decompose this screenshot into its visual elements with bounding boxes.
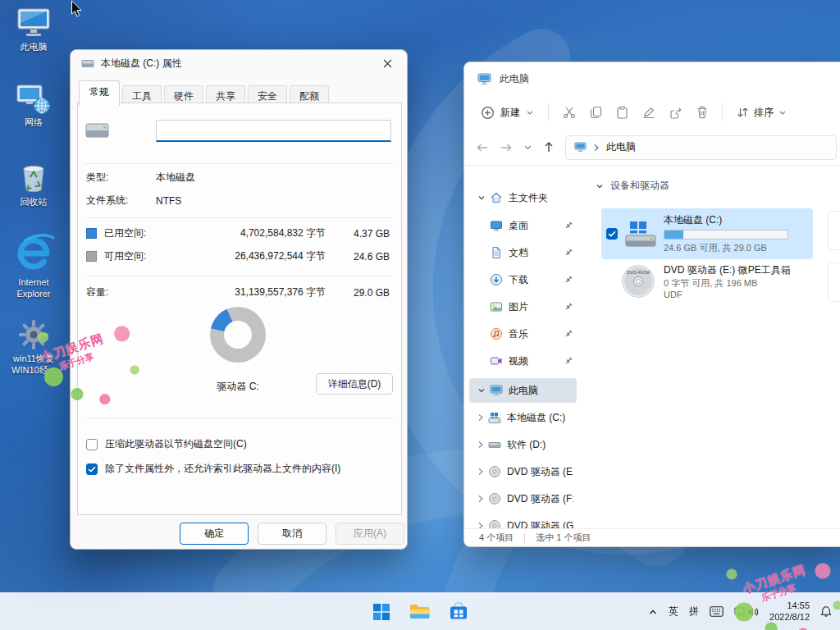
delete-icon[interactable] (696, 106, 708, 119)
explorer-titlebar[interactable]: 此电脑 (464, 62, 840, 95)
pin-icon (564, 275, 573, 285)
tray-time: 14:55 (769, 600, 810, 612)
sidebar-item-pictures[interactable]: 图片 (469, 294, 577, 319)
new-button[interactable]: 新建 (481, 106, 534, 120)
document-icon (490, 246, 503, 259)
sidebar-item-videos[interactable]: 视频 (469, 349, 577, 373)
breadcrumb-item[interactable]: 此电脑 (606, 140, 636, 154)
checkbox-checked[interactable] (86, 463, 98, 475)
drive-item-local-disk-c[interactable]: 本地磁盘 (C:) 24.6 GB 可用, 共 29.0 GB (601, 208, 813, 259)
rename-icon[interactable] (642, 107, 655, 119)
close-button[interactable] (369, 51, 405, 75)
up-icon[interactable] (543, 141, 555, 153)
address-breadcrumb[interactable]: 此电脑 (565, 135, 837, 160)
os-drive-icon (488, 411, 501, 424)
dialog-titlebar[interactable]: 本地磁盘 (C:) 属性 (71, 50, 407, 76)
windows-logo-icon (372, 603, 390, 621)
checkbox-unchecked[interactable] (86, 439, 98, 450)
sidebar-label: 桌面 (509, 219, 528, 233)
clock[interactable]: 14:55 2022/8/12 (769, 600, 810, 623)
start-button[interactable] (365, 596, 398, 628)
back-icon[interactable] (476, 142, 489, 153)
desktop-icon-this-pc[interactable]: 此电脑 (2, 7, 66, 53)
apply-button[interactable]: 应用(A) (336, 523, 404, 545)
language-indicator[interactable]: 英 (669, 605, 678, 619)
taskbar-center (365, 593, 475, 630)
tray-date: 2022/8/12 (769, 612, 810, 623)
desktop-icon-recycle-bin[interactable]: 回收站 (2, 159, 66, 208)
history-chevron-icon[interactable] (523, 144, 532, 151)
checkbox-label: 除了文件属性外，还允许索引此驱动器上文件的内容(I) (105, 462, 340, 476)
sidebar-item-documents[interactable]: 文档 (469, 240, 577, 265)
sidebar-item-downloads[interactable]: 下载 (469, 267, 577, 292)
capacity-size: 29.0 GB (326, 287, 390, 299)
item-checkbox[interactable] (606, 228, 618, 240)
dialog-tab-page: 类型: 本地磁盘 文件系统: NTFS 已用空间: 4,702,584,832 … (77, 103, 402, 515)
free-space-row: 可用空间: 26,436,972,544 字节 24.6 GB (86, 249, 390, 263)
desktop-icon-internet-explorer[interactable]: Internet Explorer (2, 232, 66, 300)
cancel-button[interactable]: 取消 (258, 523, 326, 545)
microsoft-store-button[interactable] (442, 596, 475, 628)
sidebar-item-home[interactable]: 主文件夹 (469, 185, 577, 210)
network-volume-icons[interactable] (734, 606, 759, 618)
cut-icon[interactable] (563, 106, 576, 119)
compress-checkbox-row[interactable]: 压缩此驱动器以节约磁盘空间(C) (86, 437, 247, 451)
sort-button-label: 排序 (754, 106, 774, 120)
store-icon (449, 602, 468, 621)
sidebar-item-drive-c[interactable]: 本地磁盘 (C:) (469, 405, 577, 430)
group-header-devices[interactable]: 设备和驱动器 (596, 179, 669, 193)
drive-name: DVD 驱动器 (E:) 微PE工具箱 (664, 263, 791, 277)
drive-item-partial[interactable] (828, 211, 840, 250)
sidebar-label: 软件 (D:) (507, 438, 546, 452)
sidebar-label: DVD 驱动器 (E:) (507, 465, 573, 479)
separator (524, 533, 525, 543)
tab-general[interactable]: 常规 (79, 80, 120, 106)
free-color-swatch (86, 251, 97, 262)
checkbox-label: 压缩此驱动器以节约磁盘空间(C) (105, 437, 247, 451)
sidebar-item-drive-e[interactable]: DVD 驱动器 (E:) (469, 459, 577, 484)
sort-button[interactable]: 排序 (737, 106, 787, 120)
capacity-bytes: 31,139,557,376 字节 (156, 285, 326, 299)
sidebar-label: 视频 (509, 354, 528, 368)
desktop-icon-win11-restore[interactable]: win11恢复WIN10经... (2, 318, 66, 377)
sidebar-label: 主文件夹 (509, 191, 548, 205)
mouse-cursor (71, 0, 83, 18)
index-checkbox-row[interactable]: 除了文件属性外，还允许索引此驱动器上文件的内容(I) (86, 462, 340, 476)
ime-indicator[interactable]: 拼 (689, 605, 699, 619)
this-pc-icon (477, 73, 491, 85)
forward-icon[interactable] (500, 142, 513, 153)
desktop-icon-label: win11恢复WIN10经... (2, 354, 65, 377)
explorer-command-bar: 新建 排序 (464, 95, 840, 130)
cancel-button-label: 取消 (282, 527, 302, 541)
volume-label-input[interactable] (156, 120, 391, 142)
details-button[interactable]: 详细信息(D) (316, 373, 393, 395)
sidebar-item-drive-d[interactable]: 软件 (D:) (469, 432, 577, 457)
ok-button[interactable]: 确定 (180, 523, 249, 545)
sidebar-label: DVD 驱动器 (F:) (507, 492, 573, 506)
filesystem-row: 文件系统: NTFS (86, 194, 390, 208)
drive-item-dvd-e[interactable]: DVD-ROM DVD 驱动器 (E:) 微PE工具箱 0 字节 可用, 共 1… (601, 258, 813, 304)
usage-donut-chart (210, 307, 266, 363)
sidebar-label: 此电脑 (509, 384, 538, 398)
share-icon[interactable] (669, 107, 682, 119)
toolbar-separator (722, 103, 723, 121)
hidden-icons-chevron-icon[interactable] (648, 608, 658, 616)
drive-name: 本地磁盘 (C:) (664, 213, 788, 227)
sidebar-item-this-pc[interactable]: 此电脑 (469, 378, 577, 403)
chevron-down-icon (596, 182, 604, 190)
pictures-icon (490, 300, 503, 313)
copy-icon[interactable] (590, 106, 602, 119)
file-explorer-button[interactable] (404, 596, 436, 628)
dvd-disc-icon: DVD-ROM (619, 263, 657, 299)
touch-keyboard-icon[interactable] (710, 606, 724, 617)
sidebar-item-drive-f[interactable]: DVD 驱动器 (F:) (469, 486, 577, 511)
dialog-title: 本地磁盘 (C:) 属性 (101, 57, 182, 71)
desktop-icon-label: 网络 (25, 117, 43, 129)
notification-bell-icon[interactable] (820, 605, 832, 618)
desktop-icon-network[interactable]: 网络 (2, 82, 66, 129)
dvd-drive-icon (488, 465, 501, 478)
paste-icon[interactable] (616, 106, 628, 119)
sidebar-item-music[interactable]: 音乐 (469, 322, 577, 346)
drive-item-partial[interactable] (828, 262, 840, 302)
sidebar-item-desktop[interactable]: 桌面 (469, 213, 577, 238)
